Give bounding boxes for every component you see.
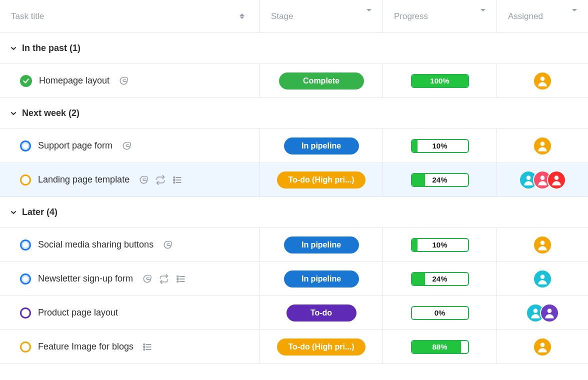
- status-circle[interactable]: [20, 140, 31, 152]
- stage-cell[interactable]: In pipeline: [260, 228, 383, 262]
- stage-pill[interactable]: In pipeline: [284, 270, 359, 288]
- attachment-icon[interactable]: [118, 76, 128, 86]
- task-title: Social media sharing buttons: [38, 240, 154, 250]
- group-header-nextweek[interactable]: Next week (2): [0, 98, 588, 129]
- avatar[interactable]: [533, 72, 552, 90]
- avatar-group: [533, 270, 552, 288]
- progress-bar: 10%: [411, 139, 469, 153]
- task-title-cell[interactable]: Social media sharing buttons: [0, 228, 260, 262]
- stage-cell[interactable]: To-do (High pri...): [260, 330, 383, 364]
- avatar[interactable]: [533, 338, 552, 356]
- progress-bar: 24%: [411, 272, 469, 286]
- progress-cell[interactable]: 10%: [383, 228, 497, 262]
- status-circle[interactable]: [20, 174, 31, 186]
- assigned-cell[interactable]: [497, 228, 588, 262]
- svg-point-17: [177, 280, 178, 282]
- column-header-label: Stage: [271, 12, 366, 22]
- stage-cell[interactable]: In pipeline: [260, 262, 383, 296]
- task-title-cell[interactable]: Homepage layout: [0, 64, 260, 98]
- list-icon[interactable]: [172, 175, 182, 185]
- stage-pill[interactable]: To-do: [286, 304, 356, 322]
- status-circle[interactable]: [20, 274, 31, 284]
- stage-pill[interactable]: In pipeline: [284, 138, 359, 154]
- stage-cell[interactable]: To-do (High pri...): [260, 163, 383, 197]
- task-meta-icons: [138, 175, 182, 185]
- progress-bar: 10%: [411, 238, 469, 252]
- assigned-cell[interactable]: [497, 129, 588, 163]
- stage-cell[interactable]: To-do: [260, 296, 383, 330]
- stage-cell[interactable]: Complete: [260, 64, 383, 98]
- column-header-assigned[interactable]: Assigned: [497, 0, 588, 33]
- status-circle[interactable]: [20, 240, 31, 250]
- task-meta-icons: [142, 274, 186, 284]
- sort-icon[interactable]: [240, 14, 244, 19]
- stage-cell[interactable]: In pipeline: [260, 129, 383, 163]
- column-header-stage[interactable]: Stage: [260, 0, 383, 33]
- avatar[interactable]: [533, 136, 552, 156]
- task-title-cell[interactable]: Product page layout: [0, 296, 260, 330]
- task-meta-icons: [118, 76, 128, 86]
- column-header-label: Assigned: [508, 12, 572, 22]
- svg-point-1: [540, 142, 545, 146]
- progress-value: 24%: [412, 174, 468, 186]
- dropdown-icon[interactable]: [480, 12, 486, 22]
- group-header-later[interactable]: Later (4): [0, 197, 588, 228]
- progress-cell[interactable]: 24%: [383, 163, 497, 197]
- attachment-icon[interactable]: [162, 240, 172, 250]
- assigned-cell[interactable]: [497, 163, 588, 197]
- progress-cell[interactable]: 88%: [383, 330, 497, 364]
- assigned-cell[interactable]: [497, 262, 588, 296]
- avatar[interactable]: [540, 304, 559, 322]
- task-title: Feature Image for blogs: [38, 342, 134, 352]
- task-title-cell[interactable]: Newsletter sign-up form: [0, 262, 260, 296]
- stage-pill[interactable]: In pipeline: [284, 236, 359, 254]
- progress-cell[interactable]: 10%: [383, 129, 497, 163]
- status-circle[interactable]: [20, 308, 31, 318]
- recurring-icon[interactable]: [159, 274, 169, 284]
- list-icon[interactable]: [176, 274, 186, 284]
- column-header-progress[interactable]: Progress: [383, 0, 497, 33]
- dropdown-icon[interactable]: [366, 12, 372, 22]
- avatar[interactable]: [533, 270, 552, 288]
- progress-cell[interactable]: 100%: [383, 64, 497, 98]
- svg-point-9: [540, 176, 545, 180]
- stage-pill[interactable]: To-do (High pri...): [277, 338, 365, 356]
- svg-point-11: [540, 240, 545, 245]
- task-title-cell[interactable]: Feature Image for blogs: [0, 330, 260, 364]
- list-icon[interactable]: [142, 342, 152, 352]
- task-title: Newsletter sign-up form: [38, 274, 133, 284]
- task-title-cell[interactable]: Landing page template: [0, 163, 260, 197]
- column-header-title[interactable]: Task title: [0, 0, 260, 33]
- progress-cell[interactable]: 0%: [383, 296, 497, 330]
- task-meta-icons: [162, 240, 172, 250]
- column-header-label: Task title: [11, 12, 240, 22]
- progress-bar: 0%: [411, 306, 469, 320]
- group-header-past[interactable]: In the past (1): [0, 33, 588, 64]
- status-complete-icon[interactable]: [20, 75, 32, 87]
- attachment-icon[interactable]: [138, 175, 148, 185]
- attachment-icon[interactable]: [142, 274, 152, 284]
- dropdown-icon[interactable]: [572, 12, 577, 22]
- avatar[interactable]: [533, 236, 552, 254]
- assigned-cell[interactable]: [497, 64, 588, 98]
- chevron-down-icon: [8, 43, 19, 54]
- svg-point-26: [144, 348, 145, 350]
- recurring-icon[interactable]: [156, 175, 166, 185]
- status-circle[interactable]: [20, 342, 31, 352]
- stage-pill[interactable]: Complete: [279, 72, 364, 90]
- task-title: Support page form: [38, 140, 112, 151]
- assigned-cell[interactable]: [497, 296, 588, 330]
- task-title-cell[interactable]: Support page form: [0, 129, 260, 163]
- attachment-icon[interactable]: [122, 141, 132, 151]
- column-header-label: Progress: [394, 12, 480, 22]
- progress-bar: 100%: [411, 74, 469, 88]
- progress-cell[interactable]: 24%: [383, 262, 497, 296]
- avatar-group: [533, 338, 552, 356]
- avatar[interactable]: [547, 170, 566, 190]
- avatar-group: [519, 170, 566, 190]
- stage-pill[interactable]: To-do (High pri...): [277, 172, 365, 188]
- group-label: In the past (1): [22, 43, 80, 54]
- svg-point-8: [526, 176, 531, 180]
- progress-value: 24%: [412, 273, 468, 285]
- assigned-cell[interactable]: [497, 330, 588, 364]
